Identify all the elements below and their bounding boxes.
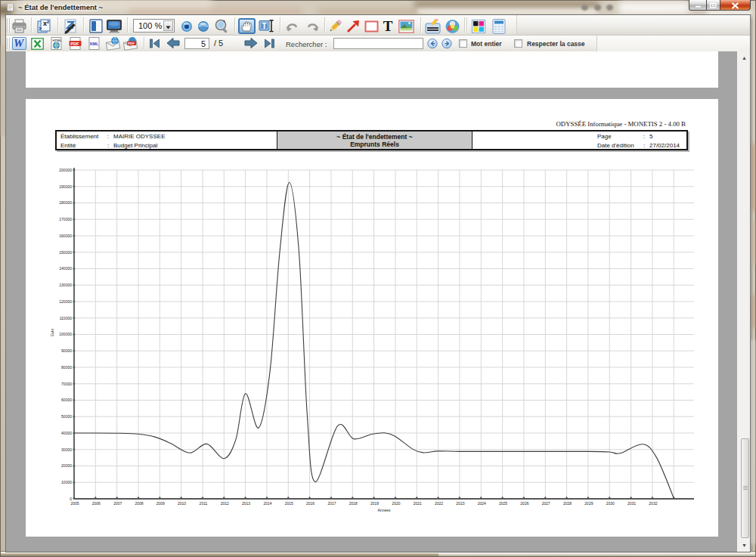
svg-text:2030: 2030 [606, 501, 615, 506]
svg-text:2025: 2025 [499, 501, 507, 506]
svg-text:T: T [262, 22, 266, 30]
svg-text:50000: 50000 [61, 414, 72, 419]
svg-text:180000: 180000 [59, 200, 72, 205]
svg-text:2006: 2006 [92, 501, 101, 506]
svg-text:0: 0 [70, 497, 72, 501]
svg-text:2012: 2012 [221, 501, 229, 506]
svg-text:2027: 2027 [542, 501, 550, 506]
svg-text:2016: 2016 [306, 501, 314, 506]
svg-text:HTML: HTML [52, 39, 62, 42]
svg-text:170000: 170000 [59, 217, 72, 221]
svg-text:2010: 2010 [178, 501, 186, 506]
svg-text:Années: Années [378, 508, 391, 512]
svg-text:2021: 2021 [414, 501, 422, 506]
svg-text:2011: 2011 [200, 501, 208, 506]
svg-text:2014: 2014 [263, 501, 271, 506]
svg-text:2026: 2026 [520, 501, 528, 506]
svg-text:2015: 2015 [285, 501, 293, 506]
svg-text:2028: 2028 [563, 501, 572, 506]
svg-text:PDF: PDF [128, 42, 135, 45]
svg-text:90000: 90000 [61, 348, 72, 353]
svg-text:2018: 2018 [349, 501, 358, 506]
svg-text:2020: 2020 [392, 501, 400, 506]
svg-text:2019: 2019 [370, 501, 379, 506]
svg-text:20000: 20000 [61, 463, 72, 468]
svg-text:2017: 2017 [327, 501, 336, 506]
svg-text:2022: 2022 [435, 501, 443, 506]
svg-text:2008: 2008 [135, 501, 143, 506]
svg-text:Euro: Euro [50, 329, 54, 337]
svg-text:100000: 100000 [59, 332, 72, 336]
svg-text:120000: 120000 [59, 299, 72, 304]
svg-text:190000: 190000 [59, 184, 72, 189]
svg-text:XML: XML [90, 42, 99, 46]
svg-text:2031: 2031 [627, 501, 636, 506]
svg-text:130000: 130000 [59, 283, 72, 287]
svg-text:10000: 10000 [61, 480, 72, 484]
svg-text:2007: 2007 [113, 501, 122, 506]
svg-text:40000: 40000 [61, 431, 72, 435]
svg-text:110000: 110000 [60, 316, 73, 320]
svg-text:2005: 2005 [70, 501, 79, 506]
svg-text:2029: 2029 [584, 501, 593, 506]
svg-text:2023: 2023 [456, 501, 464, 506]
svg-text:60000: 60000 [61, 398, 72, 402]
svg-text:70000: 70000 [61, 382, 72, 386]
svg-text:x²: x² [43, 20, 49, 27]
svg-text:140000: 140000 [59, 266, 72, 271]
svg-text:160000: 160000 [59, 234, 72, 238]
svg-text:2009: 2009 [156, 501, 165, 506]
svg-text:80000: 80000 [61, 365, 72, 370]
svg-text:PDF: PDF [70, 42, 79, 46]
svg-text:30000: 30000 [61, 447, 72, 452]
svg-text:2024: 2024 [478, 501, 486, 506]
svg-text:2032: 2032 [649, 501, 657, 506]
svg-text:200000: 200000 [59, 168, 72, 172]
svg-text:2013: 2013 [242, 501, 250, 506]
svg-text:150000: 150000 [59, 250, 72, 255]
